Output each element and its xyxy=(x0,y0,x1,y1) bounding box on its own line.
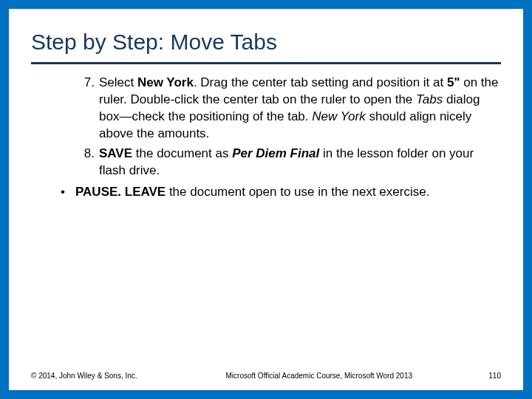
title-rule xyxy=(31,62,501,64)
text-run: Select xyxy=(99,75,137,89)
text-run: PAUSE. LEAVE xyxy=(75,185,166,199)
content-area: 7.Select New York. Drag the center tab s… xyxy=(31,75,501,201)
bullet-list: PAUSE. LEAVE the document open to use in… xyxy=(31,184,501,201)
text-run: SAVE xyxy=(99,146,132,160)
slide-title: Step by Step: Move Tabs xyxy=(31,30,501,58)
text-run: New York xyxy=(137,75,194,89)
text-run: . Drag the center tab setting and positi… xyxy=(194,75,447,89)
step-number: 7. xyxy=(74,75,95,92)
copyright-text: © 2014, John Wiley & Sons, Inc. xyxy=(31,372,137,380)
text-run: Tabs xyxy=(416,92,443,106)
bullet-item: PAUSE. LEAVE the document open to use in… xyxy=(65,184,501,201)
step-list: 7.Select New York. Drag the center tab s… xyxy=(31,75,501,180)
step-item: 8. SAVE the document as Per Diem Final i… xyxy=(99,146,501,180)
step-number: 8. xyxy=(74,146,95,163)
text-run: the document as xyxy=(132,146,232,160)
step-item: 7.Select New York. Drag the center tab s… xyxy=(99,75,501,143)
footer: © 2014, John Wiley & Sons, Inc. Microsof… xyxy=(31,372,501,380)
text-run: 5" xyxy=(447,75,460,89)
text-run: the document open to use in the next exe… xyxy=(166,185,429,199)
text-run: Per Diem Final xyxy=(232,146,319,160)
slide: Step by Step: Move Tabs 7.Select New Yor… xyxy=(9,9,523,390)
page-number: 110 xyxy=(471,372,501,380)
course-text: Microsoft Official Academic Course, Micr… xyxy=(167,372,471,380)
text-run: New York xyxy=(312,109,365,123)
